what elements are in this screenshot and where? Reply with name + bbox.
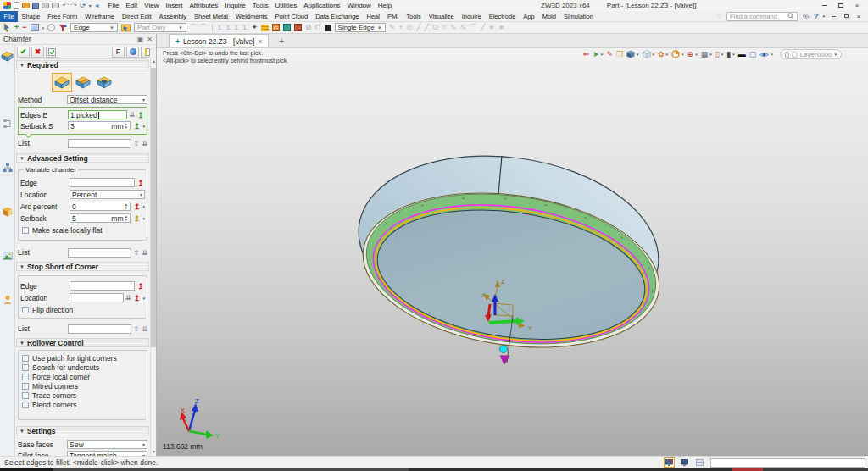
clip-dropdown-icon[interactable]: ▾ xyxy=(721,52,724,57)
background-icon[interactable]: ▢ xyxy=(749,51,757,58)
cancel-button[interactable]: ✖ xyxy=(31,47,44,58)
menu-utilities[interactable]: Utilities xyxy=(275,2,297,9)
pick-cursor-icon[interactable] xyxy=(3,23,11,32)
regen-icon[interactable]: ⟳ xyxy=(80,2,86,9)
ribbon-tab-free-form[interactable]: Free Form xyxy=(44,11,81,22)
f-button[interactable]: F xyxy=(112,47,125,58)
section-settings[interactable]: ▼Settings xyxy=(16,426,149,435)
window-close-button[interactable]: × xyxy=(853,3,861,9)
make-scale-flat-checkbox[interactable] xyxy=(22,227,29,234)
pick-filter-dropdown-icon[interactable]: ▾ xyxy=(601,52,604,57)
target-dropdown-icon[interactable]: ▾ xyxy=(695,52,698,57)
window-minimize-button[interactable] xyxy=(821,3,829,9)
ss-location-input[interactable] xyxy=(70,293,124,302)
vc-setback-dropdown-icon[interactable]: ▾ xyxy=(142,216,145,221)
render-mode-dropdown-icon[interactable]: ▾ xyxy=(666,52,669,57)
chamfer-type-vertex-button[interactable] xyxy=(94,73,114,92)
unlink-icon[interactable]: ⌒ xyxy=(200,25,207,31)
doc-tab-close-icon[interactable]: × xyxy=(258,37,262,46)
force-local-corner-checkbox[interactable] xyxy=(22,374,29,380)
ribbon-tab-simulation[interactable]: Simulation xyxy=(559,11,597,22)
edges-pick-icon[interactable]: ↥ xyxy=(136,111,145,119)
panel-scrollbar[interactable]: ▲ ▼ xyxy=(150,58,156,456)
monitor-icon[interactable] xyxy=(679,457,690,468)
required-list-expand-icon[interactable]: ⇊ xyxy=(142,140,147,147)
viewport[interactable]: Z X Y Z X Y Press <Ctrl-Del> to undo the… xyxy=(157,48,868,456)
ribbon-tab-app[interactable]: App xyxy=(520,11,538,22)
ribbon-tab-heal[interactable]: Heal xyxy=(363,11,383,22)
ribbon-tab-direct-edit[interactable]: Direct Edit xyxy=(118,11,155,22)
use-patch-checkbox[interactable] xyxy=(22,355,29,362)
section-stop-short[interactable]: ▼Stop Short of Corner xyxy=(16,262,149,271)
setback-spinner[interactable]: ▲▼ xyxy=(124,123,128,128)
ribbon-tab-weldments[interactable]: Weldments xyxy=(232,11,271,22)
vc-arc-dropdown-icon[interactable]: ▾ xyxy=(142,204,145,209)
favorites-icon[interactable]: ♡ xyxy=(716,13,722,20)
filter-icon[interactable] xyxy=(58,24,67,32)
method-combo[interactable]: Offset distance▾ xyxy=(67,95,147,104)
edges-expand-icon[interactable]: ⇊ xyxy=(129,111,135,119)
view-image-icon[interactable] xyxy=(1,247,14,264)
advanced-list-input[interactable] xyxy=(68,248,131,258)
monitor-pin-icon[interactable] xyxy=(664,457,675,468)
chamfer-type-loop-button[interactable] xyxy=(73,73,93,92)
pick-last-icon[interactable] xyxy=(31,24,39,31)
ribbon-tab-visualize[interactable]: Visualize xyxy=(425,11,458,22)
sketch-pen-icon[interactable]: ✎ xyxy=(606,51,613,58)
chamfer-type-edge-button[interactable] xyxy=(52,73,72,92)
required-list-input[interactable] xyxy=(68,139,131,148)
flip-direction-checkbox[interactable] xyxy=(22,307,29,313)
doc-close-button[interactable]: × xyxy=(854,13,863,19)
panel-close-icon[interactable]: ✕ xyxy=(147,36,153,43)
pick-filter-icon[interactable]: ➤ xyxy=(593,51,599,58)
pick-last-dropdown-icon[interactable]: ▾ xyxy=(42,25,45,30)
ribbon-tab-assembly[interactable]: Assembly xyxy=(155,11,191,22)
shaded-cube-dropdown-icon[interactable]: ▾ xyxy=(637,52,639,57)
new-tab-button[interactable]: + xyxy=(279,36,284,47)
setback-input[interactable]: 3mm▲▼ xyxy=(68,121,131,130)
orbit-icon[interactable] xyxy=(671,50,680,58)
eye-dropdown-icon[interactable]: ▾ xyxy=(771,52,773,57)
zoom-window-dropdown-icon[interactable]: ▾ xyxy=(709,52,712,57)
role-manager-icon[interactable] xyxy=(1,291,14,308)
wireframe-cube-icon[interactable] xyxy=(643,50,651,58)
snap-4-icon[interactable]: 1. xyxy=(243,25,248,30)
direction-cone[interactable] xyxy=(500,356,509,364)
trace-corners-checkbox[interactable] xyxy=(22,392,29,399)
grid-settings-icon[interactable]: G xyxy=(272,24,280,31)
layer-chip[interactable]: Layer0000 ▾ xyxy=(780,49,842,59)
link-icon[interactable]: ⌒ xyxy=(190,25,197,31)
apply-button[interactable] xyxy=(46,47,58,58)
box-select-icon[interactable]: ❒ xyxy=(616,51,623,58)
eye-icon[interactable] xyxy=(760,51,769,58)
filter-type-combo[interactable]: Edge▼ xyxy=(70,23,118,32)
menu-tools[interactable]: Tools xyxy=(253,2,269,9)
search-undercuts-checkbox[interactable] xyxy=(22,364,29,371)
ss-list-expand-icon[interactable]: ⇊ xyxy=(142,325,147,333)
ribbon-tab-wireframe[interactable]: Wireframe xyxy=(81,11,119,22)
menu-attributes[interactable]: Attributes xyxy=(190,2,219,9)
assembly-manager-icon[interactable] xyxy=(1,159,14,176)
redo-icon[interactable]: ↷ xyxy=(71,2,78,9)
menu-applications[interactable]: Applications xyxy=(303,2,340,9)
menu-window[interactable]: Window xyxy=(347,2,370,9)
visual-manager-icon[interactable] xyxy=(1,203,14,220)
orbit-dropdown-icon[interactable]: ▾ xyxy=(682,52,684,57)
ribbon-tab-inquire[interactable]: Inquire xyxy=(458,11,485,22)
pick-target-icon[interactable] xyxy=(121,24,131,32)
document-tab[interactable]: + Lesson 22.Z3 - [Valve] × xyxy=(169,34,269,47)
ss-location-expand-icon[interactable]: ⇊ xyxy=(125,294,131,302)
ss-location-dropdown-icon[interactable]: ▾ xyxy=(142,296,145,301)
valve-disc[interactable] xyxy=(347,137,670,365)
wireframe-cube-dropdown-icon[interactable]: ▾ xyxy=(653,52,655,57)
snap-1-icon[interactable]: 1. xyxy=(218,25,223,30)
ribbon-tab-electrode[interactable]: Electrode xyxy=(485,11,520,22)
ribbon-tab-tools[interactable]: Tools xyxy=(403,11,426,22)
shadow-icon[interactable]: ▮ xyxy=(726,51,731,58)
vc-setback-input[interactable]: 5mm▲▼ xyxy=(70,213,131,223)
layer-dropdown-icon[interactable]: ▾ xyxy=(834,52,837,57)
mitred-corners-checkbox[interactable] xyxy=(22,383,29,390)
print-preview-icon[interactable] xyxy=(52,3,59,8)
section-rollover-control[interactable]: ▼Rollover Control xyxy=(16,338,149,347)
settings-gear-icon[interactable] xyxy=(802,13,810,20)
